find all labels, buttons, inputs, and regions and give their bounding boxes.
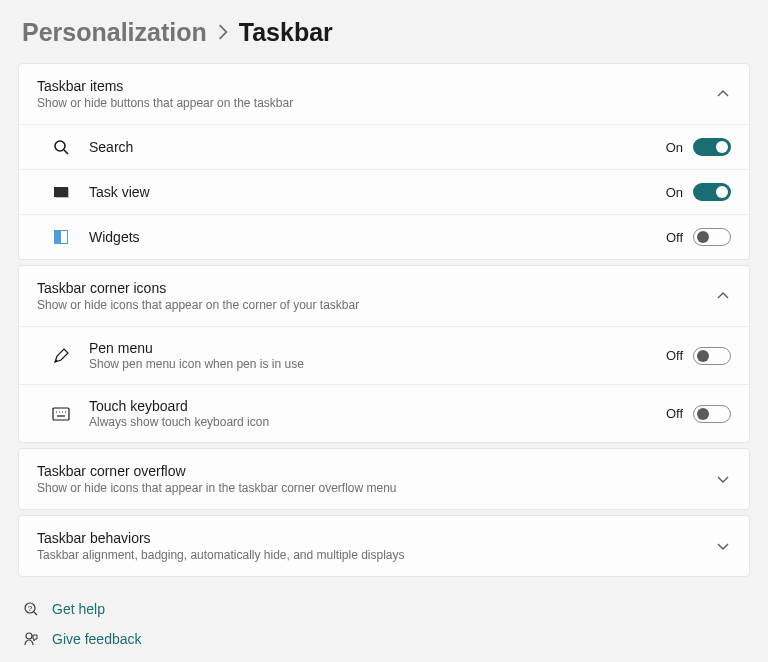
chevron-right-icon: [217, 20, 229, 46]
section-title: Taskbar corner icons: [37, 280, 717, 296]
widgets-icon: [37, 230, 85, 244]
section-corner-overflow: Taskbar corner overflow Show or hide ico…: [18, 448, 750, 510]
feedback-icon: [22, 631, 40, 647]
help-icon: ?: [22, 601, 40, 617]
section-title: Taskbar corner overflow: [37, 463, 717, 479]
section-header-corner-overflow[interactable]: Taskbar corner overflow Show or hide ico…: [19, 449, 749, 509]
section-header-corner-icons[interactable]: Taskbar corner icons Show or hide icons …: [19, 266, 749, 326]
svg-rect-2: [53, 408, 69, 420]
link-label: Give feedback: [52, 631, 142, 647]
breadcrumb-parent[interactable]: Personalization: [22, 18, 207, 47]
toggle-state-label: On: [666, 185, 683, 200]
row-subtitle: Always show touch keyboard icon: [89, 415, 666, 429]
section-subtitle: Show or hide buttons that appear on the …: [37, 96, 717, 110]
get-help-link[interactable]: ? Get help: [22, 601, 750, 617]
row-label: Pen menu: [89, 340, 666, 356]
chevron-down-icon: [717, 475, 731, 483]
row-label: Search: [89, 139, 666, 155]
svg-point-0: [55, 141, 65, 151]
toggle-task-view[interactable]: [693, 183, 731, 201]
section-subtitle: Show or hide icons that appear in the ta…: [37, 481, 717, 495]
chevron-up-icon: [717, 292, 731, 300]
section-corner-icons: Taskbar corner icons Show or hide icons …: [18, 265, 750, 443]
row-label: Task view: [89, 184, 666, 200]
toggle-state-label: Off: [666, 406, 683, 421]
search-icon: [37, 139, 85, 155]
footer-links: ? Get help Give feedback: [18, 601, 750, 647]
section-title: Taskbar behaviors: [37, 530, 717, 546]
chevron-down-icon: [717, 542, 731, 550]
svg-text:?: ?: [28, 604, 33, 613]
toggle-pen-menu[interactable]: [693, 347, 731, 365]
row-pen-menu: Pen menu Show pen menu icon when pen is …: [19, 326, 749, 384]
toggle-search[interactable]: [693, 138, 731, 156]
row-task-view: Task view On: [19, 169, 749, 214]
row-subtitle: Show pen menu icon when pen is in use: [89, 357, 666, 371]
svg-point-11: [26, 633, 32, 639]
row-label: Widgets: [89, 229, 666, 245]
chevron-up-icon: [717, 90, 731, 98]
toggle-state-label: Off: [666, 230, 683, 245]
keyboard-icon: [37, 407, 85, 421]
toggle-state-label: On: [666, 140, 683, 155]
section-header-taskbar-behaviors[interactable]: Taskbar behaviors Taskbar alignment, bad…: [19, 516, 749, 576]
svg-line-10: [34, 612, 37, 615]
toggle-state-label: Off: [666, 348, 683, 363]
svg-line-1: [64, 150, 68, 154]
toggle-touch-keyboard[interactable]: [693, 405, 731, 423]
pen-icon: [37, 347, 85, 365]
row-search: Search On: [19, 124, 749, 169]
task-view-icon: [37, 187, 85, 197]
toggle-widgets[interactable]: [693, 228, 731, 246]
give-feedback-link[interactable]: Give feedback: [22, 631, 750, 647]
row-touch-keyboard: Touch keyboard Always show touch keyboar…: [19, 384, 749, 442]
row-widgets: Widgets Off: [19, 214, 749, 259]
row-label: Touch keyboard: [89, 398, 666, 414]
section-taskbar-behaviors: Taskbar behaviors Taskbar alignment, bad…: [18, 515, 750, 577]
section-subtitle: Show or hide icons that appear on the co…: [37, 298, 717, 312]
section-title: Taskbar items: [37, 78, 717, 94]
section-header-taskbar-items[interactable]: Taskbar items Show or hide buttons that …: [19, 64, 749, 124]
section-subtitle: Taskbar alignment, badging, automaticall…: [37, 548, 717, 562]
breadcrumb: Personalization Taskbar: [22, 18, 750, 47]
section-taskbar-items: Taskbar items Show or hide buttons that …: [18, 63, 750, 260]
breadcrumb-current: Taskbar: [239, 18, 333, 47]
link-label: Get help: [52, 601, 105, 617]
